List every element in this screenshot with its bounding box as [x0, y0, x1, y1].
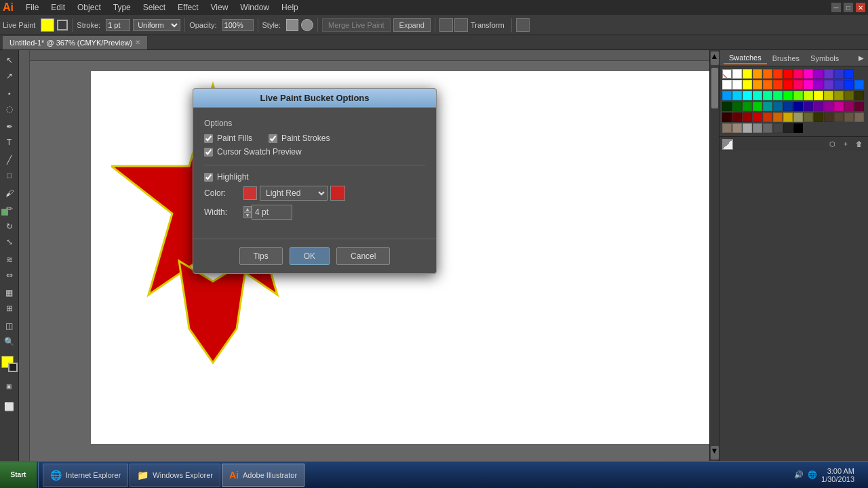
swatch-item[interactable] — [793, 69, 803, 79]
color-swatch-button[interactable] — [330, 186, 345, 201]
show-desktop-button[interactable] — [859, 462, 863, 488]
swatch-item[interactable] — [722, 80, 732, 89]
vertical-scrollbar[interactable]: ▲ ▼ — [709, 50, 719, 461]
none-swatch[interactable] — [722, 69, 732, 79]
swatch-item[interactable] — [814, 69, 823, 79]
swatch-item[interactable] — [834, 69, 844, 79]
eyedropper-tool[interactable]: 🔍 — [2, 334, 17, 349]
swatch-item[interactable] — [722, 123, 732, 133]
swatch-item[interactable] — [732, 80, 742, 89]
swatch-item[interactable] — [783, 69, 793, 79]
swatch-item[interactable] — [793, 123, 803, 133]
highlight-label[interactable]: Highlight — [204, 172, 249, 182]
swatch-item[interactable] — [753, 80, 762, 89]
menu-view[interactable]: View — [205, 1, 234, 14]
width-up-button[interactable]: ▲ — [243, 206, 252, 212]
swatch-item[interactable] — [844, 69, 854, 79]
scroll-up-button[interactable]: ▲ — [711, 52, 719, 65]
swatch-item[interactable] — [814, 113, 823, 122]
paint-strokes-label[interactable]: Paint Strokes — [269, 134, 330, 143]
delete-swatch-button[interactable]: 🗑 — [853, 138, 865, 150]
swatch-item[interactable] — [814, 102, 823, 111]
menu-help[interactable]: Help — [276, 1, 304, 14]
swatch-item[interactable] — [854, 91, 864, 100]
swatch-item[interactable] — [732, 113, 742, 122]
ie-taskbar-app[interactable]: 🌐 Internet Explorer — [43, 464, 128, 487]
new-color-group-button[interactable]: ⬡ — [826, 138, 838, 150]
swatch-item[interactable] — [763, 69, 772, 79]
brushes-tab[interactable]: Brushes — [767, 53, 805, 64]
paintbrush-tool[interactable]: 🖌 — [2, 186, 17, 201]
panel-menu-arrow[interactable]: ▶ — [859, 54, 864, 62]
swatch-item[interactable] — [824, 69, 833, 79]
maximize-button[interactable]: □ — [844, 3, 853, 12]
rotate-tool[interactable]: ↻ — [2, 219, 17, 234]
swatch-item[interactable] — [804, 80, 813, 89]
swatch-item[interactable] — [844, 113, 854, 122]
swatch-item[interactable] — [854, 80, 864, 89]
width-tool[interactable]: ⇔ — [2, 268, 17, 283]
paint-strokes-checkbox[interactable] — [269, 134, 277, 143]
swatch-item[interactable] — [783, 80, 793, 89]
swatch-item[interactable] — [814, 91, 823, 100]
swatch-item[interactable] — [773, 91, 783, 100]
swatch-item[interactable] — [763, 80, 772, 89]
swatch-item[interactable] — [753, 102, 762, 111]
swatch-item[interactable] — [783, 91, 793, 100]
swatch-item[interactable] — [763, 91, 772, 100]
swatch-item[interactable] — [743, 102, 752, 111]
ai-taskbar-app[interactable]: Ai Adobe Illustrator — [222, 464, 304, 487]
color-dropdown[interactable]: Light Red Red Orange — [260, 186, 328, 201]
stroke-color[interactable] — [8, 363, 18, 372]
swatch-item[interactable] — [722, 91, 732, 100]
swatch-item[interactable] — [753, 91, 762, 100]
close-button[interactable]: ✕ — [856, 3, 865, 12]
style-swatch[interactable] — [286, 19, 298, 31]
swatch-item[interactable] — [722, 113, 732, 122]
menu-object[interactable]: Object — [72, 1, 106, 14]
swatches-tab[interactable]: Swatches — [724, 52, 767, 64]
selection-tool[interactable]: ↖ — [2, 53, 17, 68]
swatch-item[interactable] — [773, 80, 783, 89]
swatch-item[interactable] — [753, 69, 762, 79]
fill-color-swatch[interactable] — [41, 18, 54, 32]
menu-file[interactable]: File — [20, 1, 44, 14]
scroll-thumb-vertical[interactable] — [711, 68, 718, 108]
paint-fills-label[interactable]: Paint Fills — [204, 134, 252, 143]
swatch-item[interactable] — [753, 113, 762, 122]
swatch-item[interactable] — [854, 102, 864, 111]
cursor-swatch-checkbox[interactable] — [204, 148, 213, 157]
swatch-item[interactable] — [763, 123, 772, 133]
swatch-item[interactable] — [804, 91, 813, 100]
swatch-item[interactable] — [743, 113, 752, 122]
swatch-item[interactable] — [804, 113, 813, 122]
swatch-item[interactable] — [834, 91, 844, 100]
swatch-item[interactable] — [743, 80, 752, 89]
type-tool[interactable]: T — [2, 135, 17, 150]
color-mode-btn[interactable]: ◻ — [0, 379, 1, 394]
swatch-item[interactable] — [834, 80, 844, 89]
swatch-item[interactable] — [834, 102, 844, 111]
swatch-item[interactable] — [804, 69, 813, 79]
warp-tool[interactable]: ≋ — [2, 252, 17, 267]
menu-edit[interactable]: Edit — [45, 1, 71, 14]
column-graph-tool[interactable]: ▦ — [2, 285, 17, 300]
highlight-checkbox[interactable] — [204, 173, 213, 182]
width-input[interactable] — [252, 205, 292, 220]
tab-close-button[interactable]: ✕ — [135, 39, 140, 46]
explorer-taskbar-app[interactable]: 📁 Windows Explorer — [130, 464, 220, 487]
swatch-item[interactable] — [824, 102, 833, 111]
merge-live-paint-button[interactable]: Merge Live Paint — [322, 18, 391, 32]
minimize-button[interactable]: ─ — [831, 3, 841, 12]
swatch-item[interactable] — [773, 113, 783, 122]
start-button[interactable]: Start — [0, 462, 37, 488]
canvas-area[interactable]: Live Paint Bucket Options Options Paint … — [30, 61, 709, 461]
swatch-item[interactable] — [722, 102, 732, 111]
swatch-library-icon[interactable] — [722, 139, 733, 150]
mesh-tool[interactable]: ⊞ — [2, 301, 17, 316]
transform-icon-1[interactable] — [439, 18, 453, 32]
lasso-tool[interactable]: ◌ — [2, 102, 17, 117]
cursor-swatch-label[interactable]: Cursor Swatch Preview — [204, 147, 302, 157]
swatch-item[interactable] — [824, 80, 833, 89]
stroke-width-input[interactable] — [106, 19, 130, 31]
